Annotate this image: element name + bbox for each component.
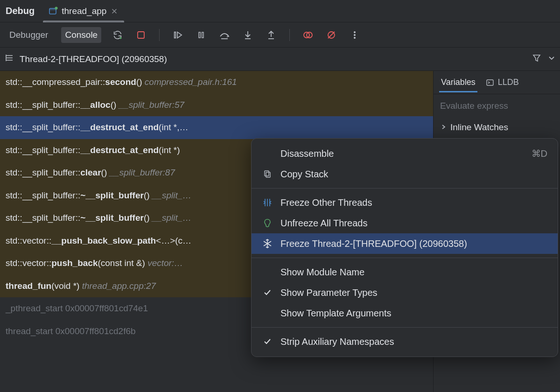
menu-item-label: Strip Auxiliary Namespaces [280, 336, 394, 347]
snowflake-icon [262, 238, 273, 249]
top-tab-bar: Debug thread_app [0, 0, 560, 22]
svg-point-19 [354, 37, 356, 38]
run-config-name: thread_app [62, 6, 106, 16]
menu-separator [252, 188, 558, 189]
menu-item-label: Show Template Arguments [280, 308, 392, 319]
svg-rect-5 [175, 32, 176, 38]
svg-rect-26 [266, 172, 270, 177]
close-tab-button[interactable] [110, 7, 119, 15]
debugger-tab[interactable]: Debugger [6, 27, 52, 43]
pause-button[interactable] [194, 28, 208, 42]
thread-dropdown-chevron[interactable] [548, 54, 555, 64]
toolbar-divider [159, 29, 160, 41]
inline-watches-label: Inline Watches [450, 122, 508, 133]
menu-separator [252, 258, 558, 258]
svg-point-3 [120, 37, 122, 39]
menu-item-label: Disassemble [280, 148, 334, 159]
toolbar-divider [289, 29, 290, 41]
svg-rect-25 [265, 171, 269, 176]
menu-item[interactable]: Show Parameter Types [252, 282, 558, 303]
blank-icon [262, 148, 273, 159]
more-actions-button[interactable] [348, 28, 362, 42]
debugger-toolbar: Debugger Console [0, 22, 560, 48]
rerun-button[interactable] [111, 28, 125, 42]
menu-item[interactable]: Unfreeze All Threads [252, 213, 558, 233]
chevron-right-icon [440, 122, 447, 133]
variables-body: Evaluate express Inline Watches [434, 94, 560, 139]
inline-watches-row[interactable]: Inline Watches [440, 122, 553, 133]
menu-item[interactable]: Freeze Other Threads [252, 192, 558, 213]
filter-icon[interactable] [532, 53, 541, 65]
step-out-button[interactable] [264, 28, 278, 42]
tool-window-title: Debug [6, 6, 35, 16]
svg-point-17 [354, 31, 356, 33]
menu-item-label: Freeze Other Threads [280, 197, 372, 208]
evaluate-expression-input[interactable]: Evaluate express [440, 101, 553, 111]
menu-shortcut: ⌘D [532, 148, 547, 159]
copy-icon [262, 168, 273, 180]
menu-separator [252, 327, 558, 328]
thread-selector-bar: Thread-2-[THREADFOO] (20960358) [0, 48, 560, 71]
svg-rect-7 [202, 32, 203, 38]
menu-item-label: Show Module Name [280, 267, 364, 278]
menu-item-label: Show Parameter Types [280, 287, 378, 298]
step-into-button[interactable] [241, 28, 255, 42]
svg-rect-4 [138, 32, 144, 38]
mute-breakpoints-button[interactable] [324, 28, 338, 42]
tab-lldb[interactable]: LLDB [485, 73, 520, 92]
console-tab[interactable]: Console [61, 27, 101, 43]
svg-point-2 [55, 7, 58, 9]
thread-name[interactable]: Thread-2-[THREADFOO] (20960358) [20, 54, 526, 64]
application-icon [49, 7, 58, 16]
frames-context-menu: Disassemble⌘DCopy StackFreeze Other Thre… [251, 138, 558, 357]
svg-point-18 [354, 34, 356, 35]
frame-row[interactable]: std::__compressed_pair::second() compres… [0, 71, 433, 94]
frame-row[interactable]: std::__split_buffer::__alloc() __split_b… [0, 94, 433, 117]
view-breakpoints-button[interactable] [301, 28, 315, 42]
run-config-tab[interactable]: thread_app [46, 0, 121, 22]
blank-icon [262, 266, 273, 278]
tab-variables[interactable]: Variables [440, 73, 476, 92]
menu-item[interactable]: Copy Stack [252, 164, 558, 184]
variables-tabs: Variables LLDB [434, 71, 560, 94]
menu-item[interactable]: Strip Auxiliary Namespaces [252, 331, 558, 352]
step-over-button[interactable] [217, 28, 231, 42]
stack-frames-icon [5, 53, 14, 65]
svg-rect-6 [199, 32, 200, 38]
resume-button[interactable] [171, 28, 185, 42]
check-icon [262, 336, 273, 347]
menu-item[interactable]: Show Template Arguments [252, 303, 558, 323]
freeze-others-icon [262, 197, 273, 208]
tab-underline [43, 21, 124, 22]
menu-item[interactable]: Show Module Name [252, 262, 558, 282]
check-icon [262, 287, 273, 298]
menu-item-label: Freeze Thread-2-[THREADFOO] (20960358) [280, 238, 467, 249]
menu-item-label: Copy Stack [280, 169, 328, 180]
unfreeze-icon [262, 217, 273, 229]
frame-row[interactable]: std::__split_buffer::__destruct_at_end(i… [0, 116, 433, 139]
blank-icon [262, 308, 273, 319]
menu-item[interactable]: Disassemble⌘D [252, 143, 558, 164]
menu-item-label: Unfreeze All Threads [280, 218, 367, 229]
stop-button[interactable] [134, 28, 148, 42]
menu-item[interactable]: Freeze Thread-2-[THREADFOO] (20960358) [252, 233, 558, 254]
